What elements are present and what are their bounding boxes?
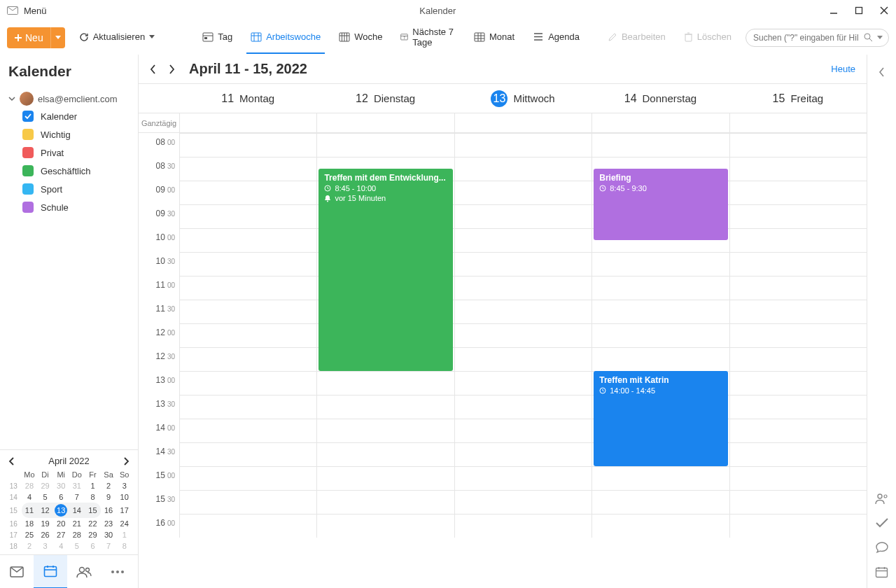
view-day[interactable]: Tag — [198, 22, 237, 54]
nav-mail[interactable] — [0, 555, 34, 589]
allday-cell[interactable] — [729, 113, 867, 132]
minical-day[interactable]: 30 — [101, 529, 117, 540]
minical-day[interactable]: 29 — [37, 480, 53, 491]
minical-day[interactable]: 19 — [37, 518, 53, 529]
minical-day[interactable]: 14 — [69, 503, 85, 518]
day-column[interactable]: Treffen mit dem Entwicklung...8:45 - 10:… — [316, 133, 454, 538]
minical-day[interactable]: 8 — [116, 540, 132, 552]
calendar-item[interactable]: Geschäftlich — [22, 165, 131, 176]
close-button[interactable] — [879, 6, 889, 15]
check-icon[interactable] — [875, 517, 889, 528]
menu-button[interactable]: Menü — [24, 6, 47, 16]
calendar-item[interactable]: Kalender — [22, 111, 131, 122]
day-column[interactable]: Briefing8:45 - 9:30Treffen mit Katrin14:… — [592, 133, 729, 538]
minical-day[interactable]: 6 — [85, 540, 101, 552]
agenda-icon[interactable] — [875, 566, 888, 578]
day-header[interactable]: 12Dienstag — [316, 84, 454, 113]
calendar-item[interactable]: Wichtig — [22, 129, 131, 140]
minical-day[interactable]: 3 — [37, 540, 53, 552]
allday-cell[interactable] — [592, 113, 729, 132]
calendar-item[interactable]: Sport — [22, 183, 131, 195]
view-work-week[interactable]: Arbeitswoche — [246, 22, 325, 54]
search-input[interactable] — [746, 29, 889, 47]
minical-day[interactable]: 21 — [69, 518, 85, 529]
minical-day[interactable]: 1 — [116, 529, 132, 540]
minical-day[interactable]: 11 — [22, 503, 38, 518]
calendar-event[interactable]: Briefing8:45 - 9:30 — [594, 169, 727, 240]
minical-day[interactable]: 29 — [85, 529, 101, 540]
today-button[interactable]: Heute — [831, 64, 855, 74]
minical-day[interactable]: 16 — [101, 503, 117, 518]
view-week[interactable]: Woche — [335, 22, 386, 54]
day-column[interactable] — [454, 133, 592, 538]
allday-cell[interactable] — [454, 113, 592, 132]
calendar-item[interactable]: Schule — [22, 202, 131, 213]
allday-cell[interactable] — [316, 113, 454, 132]
day-header[interactable]: 15Freitag — [729, 84, 867, 113]
minical-day[interactable]: 26 — [37, 529, 53, 540]
minical-day[interactable]: 28 — [22, 480, 38, 491]
minical-day[interactable]: 24 — [116, 518, 132, 529]
calendar-checkbox[interactable] — [22, 202, 34, 213]
minical-day[interactable]: 2 — [101, 480, 117, 491]
calendar-checkbox[interactable] — [22, 165, 34, 176]
minimize-button[interactable] — [829, 6, 839, 15]
minical-day[interactable]: 27 — [53, 529, 69, 540]
view-agenda[interactable]: Agenda — [528, 22, 584, 54]
calendar-checkbox[interactable] — [22, 183, 34, 195]
contacts-icon[interactable] — [875, 493, 889, 505]
prev-week[interactable] — [150, 64, 156, 74]
nav-more[interactable] — [101, 555, 134, 589]
new-dropdown[interactable] — [50, 27, 65, 48]
minical-day[interactable]: 7 — [101, 540, 117, 552]
account-row[interactable]: elsa@emclient.com — [7, 90, 131, 108]
calendar-checkbox[interactable] — [22, 129, 34, 140]
minical-day[interactable]: 6 — [53, 491, 69, 503]
new-button[interactable]: Neu — [7, 27, 65, 48]
minical-day[interactable]: 12 — [37, 503, 53, 518]
day-column[interactable] — [729, 133, 867, 538]
minical-day[interactable]: 5 — [69, 540, 85, 552]
minical-day[interactable]: 7 — [69, 491, 85, 503]
day-header[interactable]: 11Montag — [179, 84, 316, 113]
minical-day[interactable]: 4 — [22, 491, 38, 503]
search-field[interactable] — [752, 32, 860, 43]
minical-day[interactable]: 18 — [22, 518, 38, 529]
day-column[interactable] — [179, 133, 316, 538]
minical-day[interactable]: 2 — [22, 540, 38, 552]
maximize-button[interactable] — [854, 6, 864, 15]
chevron-down-icon[interactable] — [877, 36, 883, 40]
calendar-item[interactable]: Privat — [22, 147, 131, 158]
view-next7[interactable]: 7 Nächste 7 Tage — [396, 22, 460, 54]
minical-day[interactable]: 8 — [85, 491, 101, 503]
minical-next[interactable] — [123, 457, 130, 465]
refresh-button[interactable]: Aktualisieren — [75, 22, 159, 54]
next-week[interactable] — [169, 64, 175, 74]
minical-day[interactable]: 22 — [85, 518, 101, 529]
delete-button[interactable]: Löschen — [680, 22, 736, 54]
minical-day[interactable]: 23 — [101, 518, 117, 529]
view-month[interactable]: Monat — [470, 22, 519, 54]
minical-day[interactable]: 5 — [37, 491, 53, 503]
calendar-event[interactable]: Treffen mit Katrin14:00 - 14:45 — [594, 371, 727, 466]
minical-day[interactable]: 20 — [53, 518, 69, 529]
minical-day[interactable]: 25 — [22, 529, 38, 540]
minical-day[interactable]: 3 — [116, 480, 132, 491]
minical-day[interactable]: 31 — [69, 480, 85, 491]
minical-day[interactable]: 28 — [69, 529, 85, 540]
allday-cell[interactable] — [179, 113, 316, 132]
minical-day[interactable]: 30 — [53, 480, 69, 491]
minical-prev[interactable] — [8, 457, 15, 465]
calendar-event[interactable]: Treffen mit dem Entwicklung...8:45 - 10:… — [318, 169, 452, 371]
chat-icon[interactable] — [875, 541, 889, 554]
minical-day[interactable]: 13 — [53, 503, 69, 518]
nav-calendar[interactable] — [34, 555, 67, 589]
day-header[interactable]: 13Mittwoch — [454, 84, 592, 113]
minical-day[interactable]: 17 — [116, 503, 132, 518]
minical-day[interactable]: 10 — [116, 491, 132, 503]
calendar-checkbox[interactable] — [22, 111, 34, 122]
minical-day[interactable]: 15 — [85, 503, 101, 518]
minical-day[interactable]: 9 — [101, 491, 117, 503]
calendar-checkbox[interactable] — [22, 147, 34, 158]
collapse-right-rail[interactable] — [878, 67, 885, 77]
